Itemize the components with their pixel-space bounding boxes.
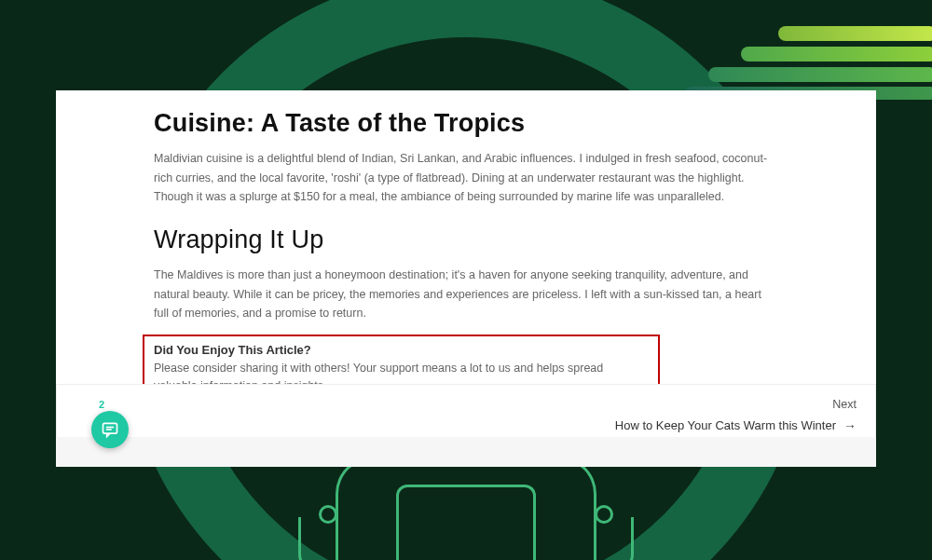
bg-stripe bbox=[741, 47, 932, 61]
section-heading-wrap: Wrapping It Up bbox=[154, 225, 778, 254]
chat-count-badge: 2 bbox=[99, 399, 104, 410]
card-footer-strip bbox=[56, 437, 876, 467]
next-label: Next bbox=[75, 398, 857, 411]
next-post-title: How to Keep Your Cats Warm this Winter → bbox=[615, 418, 857, 433]
section-body-cuisine: Maldivian cuisine is a delightful blend … bbox=[154, 149, 778, 207]
next-post-title-text: How to Keep Your Cats Warm this Winter bbox=[615, 418, 836, 432]
svg-rect-0 bbox=[103, 423, 117, 433]
share-callout-title: Did You Enjoy This Article? bbox=[154, 343, 649, 357]
chat-button[interactable] bbox=[91, 411, 129, 448]
chat-icon bbox=[101, 420, 119, 439]
bg-stripe bbox=[778, 26, 932, 41]
bg-stripe bbox=[708, 67, 932, 82]
section-heading-cuisine: Cuisine: A Taste of the Tropics bbox=[154, 109, 778, 138]
section-body-wrap: The Maldives is more than just a honeymo… bbox=[154, 266, 778, 323]
arrow-right-icon: → bbox=[843, 418, 857, 433]
